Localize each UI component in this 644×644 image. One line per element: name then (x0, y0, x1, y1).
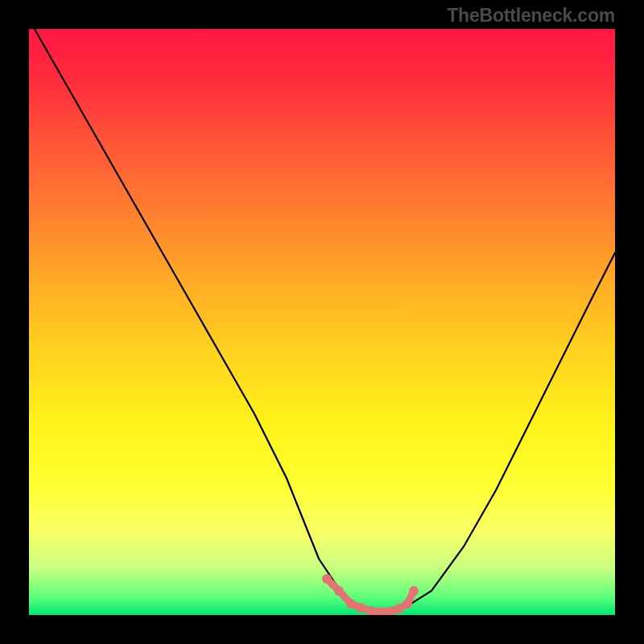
chart-frame: TheBottleneck.com (0, 0, 644, 644)
watermark-text: TheBottleneck.com (447, 5, 615, 27)
gradient-background (29, 29, 615, 615)
plot-area (29, 29, 615, 615)
